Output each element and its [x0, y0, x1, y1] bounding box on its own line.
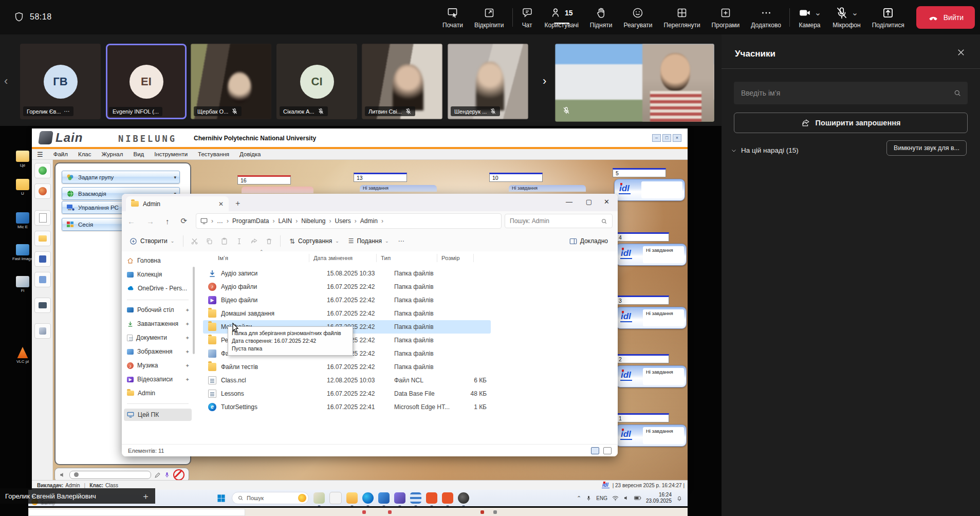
- sort-button[interactable]: ⇅ Сортування⌄: [285, 237, 344, 245]
- volume-slider[interactable]: [69, 471, 151, 479]
- paste-icon[interactable]: [220, 237, 228, 245]
- menu-class[interactable]: Клас: [73, 151, 97, 157]
- crumb[interactable]: Admin: [360, 217, 378, 225]
- tray-mic-icon[interactable]: [586, 495, 591, 502]
- set-group-button[interactable]: Задати групу▾: [62, 171, 180, 183]
- taskbar-app-icon[interactable]: [442, 492, 453, 504]
- sidebar-documents[interactable]: Документи✦: [124, 331, 192, 344]
- share-invite-button[interactable]: Поширити запрошення: [734, 113, 968, 133]
- crumb[interactable]: ProgramData: [232, 217, 269, 225]
- explorer-search-box[interactable]: Пошук: Admin: [505, 214, 613, 228]
- video-tile[interactable]: Щербак О...: [191, 44, 271, 119]
- close-panel-icon[interactable]: [956, 48, 966, 57]
- menu-tools[interactable]: Інструменти: [149, 151, 193, 157]
- breadcrumb[interactable]: ›…› ProgramData› LAIN› Nibelung› Users› …: [196, 213, 502, 229]
- crumb[interactable]: Users: [335, 217, 351, 225]
- sidebar-desktop[interactable]: Робочий стіл✦: [124, 304, 192, 316]
- student-card-label[interactable]: 1: [616, 413, 669, 422]
- sidebar-pictures[interactable]: Зображення✦: [124, 345, 192, 358]
- volume-icon[interactable]: [623, 495, 630, 501]
- student-card-label[interactable]: 13: [354, 173, 407, 182]
- col-type[interactable]: Тип: [377, 255, 437, 261]
- camera-options-chevron[interactable]: ⌄: [815, 8, 821, 17]
- mute-all-button[interactable]: Вимкнути звук для в...: [886, 140, 967, 156]
- sidebar-music[interactable]: ♪Музика✦: [124, 359, 192, 372]
- up-icon[interactable]: ↑: [160, 217, 175, 226]
- edge-icon[interactable]: [362, 492, 374, 504]
- new-tab-icon[interactable]: ＋: [234, 198, 242, 208]
- sidebar-admin[interactable]: Admin: [124, 387, 192, 399]
- pen-icon[interactable]: [154, 472, 161, 478]
- more-commands-button[interactable]: ⋯: [393, 237, 409, 245]
- student-card[interactable]: idl Ні завдання: [616, 244, 687, 266]
- thumbnail-view-icon[interactable]: [603, 447, 612, 454]
- sidebar-onedrive[interactable]: ›OneDrive - Pers...: [124, 282, 192, 294]
- file-row[interactable]: Домашні завдання16.07.2025 22:42Папка фа…: [203, 307, 491, 320]
- search-input[interactable]: [740, 88, 953, 98]
- lain-close-button[interactable]: ×: [673, 134, 681, 142]
- lain-minimize-button[interactable]: –: [652, 134, 661, 142]
- student-card-label[interactable]: 16: [237, 175, 291, 185]
- desktop-icon[interactable]: VLC pl: [11, 347, 34, 364]
- share-file-icon[interactable]: [250, 237, 258, 245]
- unpin-button[interactable]: Відкріпити: [469, 0, 510, 34]
- taskbar-clock[interactable]: 16:24 23.09.2025: [646, 492, 672, 504]
- video-tile-selected[interactable]: EI Evgeniy INFOL (...: [106, 44, 187, 119]
- leave-button[interactable]: Вийти: [916, 6, 975, 29]
- student-card-label[interactable]: 10: [489, 173, 543, 182]
- hamburger-icon[interactable]: ☰: [32, 151, 48, 158]
- video-tile[interactable]: Шендерук ...: [448, 44, 528, 119]
- tray-expand-icon[interactable]: ⌃: [577, 495, 581, 502]
- file-row[interactable]: Lessons16.07.2025 22:42Data Base File48 …: [203, 387, 491, 400]
- student-card[interactable]: idl Ні завдання: [616, 307, 687, 329]
- wifi-icon[interactable]: [612, 495, 619, 501]
- sidebar-gallery[interactable]: Колекція: [124, 268, 192, 281]
- col-size[interactable]: Розмір: [437, 255, 473, 261]
- new-button[interactable]: Створити⌄: [125, 237, 179, 245]
- file-row[interactable]: Файли тестів16.07.2025 22:42Папка файлів: [203, 360, 491, 374]
- participants-button[interactable]: 15 Користувачі: [539, 0, 584, 34]
- apps-button[interactable]: Програми: [706, 0, 746, 34]
- copy-icon[interactable]: [206, 237, 213, 245]
- desktop-icon[interactable]: Fi: [11, 276, 34, 293]
- file-row[interactable]: ♪ Аудіо файли16.07.2025 22:42Папка файлі…: [203, 280, 491, 293]
- col-name[interactable]: Ім’я: [218, 255, 309, 261]
- battery-icon[interactable]: [634, 495, 641, 501]
- view-button-explorer[interactable]: ☰ Подання⌄: [344, 237, 394, 245]
- student-card-partial[interactable]: Ні завдання: [360, 185, 437, 192]
- mic-options-chevron[interactable]: ⌄: [852, 8, 858, 17]
- taskbar-app-icon[interactable]: [346, 492, 358, 504]
- delete-icon[interactable]: [265, 237, 273, 245]
- chat-button[interactable]: Чат: [515, 0, 539, 34]
- explorer-tab[interactable]: Admin ✕: [126, 196, 229, 211]
- student-card-partial[interactable]: [242, 187, 313, 193]
- sidebar-downloads[interactable]: Завантаження✦: [124, 318, 192, 330]
- file-row[interactable]: e TutorSettings16.07.2025 22:41Microsoft…: [203, 400, 491, 414]
- tile-menu-icon[interactable]: ⋯: [64, 108, 70, 115]
- speaker-icon[interactable]: [59, 471, 66, 478]
- participant-search[interactable]: [734, 82, 968, 104]
- share-button[interactable]: Поділитися: [866, 0, 910, 34]
- menu-view[interactable]: Вид: [128, 151, 149, 157]
- view-button[interactable]: Переглянути: [658, 0, 706, 34]
- cut-icon[interactable]: [191, 237, 198, 245]
- strip-next-icon[interactable]: ›: [543, 75, 546, 88]
- taskbar-app-icon[interactable]: [426, 492, 437, 504]
- student-card[interactable]: idl Ні завдання: [616, 425, 687, 447]
- crumb[interactable]: Nibelung: [301, 217, 325, 225]
- language-indicator[interactable]: ENG: [596, 495, 607, 501]
- menu-help[interactable]: Довідка: [234, 151, 266, 157]
- sidebar-scrollbar[interactable]: [193, 267, 195, 354]
- student-card-label[interactable]: 5: [613, 168, 666, 177]
- menu-file[interactable]: Файл: [48, 151, 73, 157]
- section-header[interactable]: На цій нараді (15): [731, 146, 799, 154]
- lain-tool-new-icon[interactable]: [34, 210, 51, 226]
- file-row[interactable]: Аудіо записи15.08.2025 10:33Папка файлів: [203, 267, 491, 280]
- react-button[interactable]: Реагувати: [618, 0, 658, 34]
- lain-tool-save-icon[interactable]: [34, 251, 51, 267]
- video-tile[interactable]: СІ Сікалюк А...: [276, 44, 357, 119]
- stop-access-icon[interactable]: [173, 469, 184, 481]
- taskbar-app-icon[interactable]: [329, 492, 342, 504]
- taskbar-app-icon[interactable]: [378, 492, 390, 504]
- crumb-overflow[interactable]: …: [217, 217, 223, 225]
